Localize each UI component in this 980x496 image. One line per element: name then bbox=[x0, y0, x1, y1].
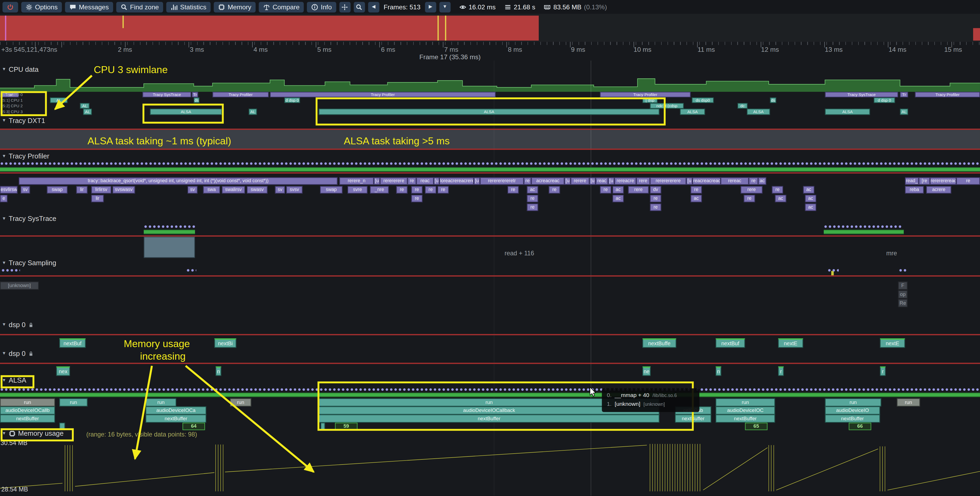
zone-ds[interactable]: ds bbox=[194, 97, 199, 103]
zone-swap[interactable]: swap bbox=[320, 186, 342, 193]
zone-rerererere[interactable]: rerererere bbox=[380, 177, 407, 185]
prev-frame-button[interactable]: ◀ bbox=[368, 2, 379, 12]
zoom-search-button[interactable] bbox=[354, 2, 365, 12]
statistics-button[interactable]: Statistics bbox=[166, 2, 211, 12]
zone-rere[interactable]: rere bbox=[741, 186, 762, 193]
frame-menu-button[interactable]: ▼ bbox=[439, 2, 450, 12]
zone-tracy::backtrace_qsort(void*[interactable]: tracy::backtrace_qsort(void*, unsigned i… bbox=[19, 177, 337, 185]
zone-swap[interactable]: swap bbox=[47, 186, 67, 193]
zone-rererererere[interactable]: rererererere bbox=[650, 177, 686, 185]
collapse-triangle-icon[interactable]: ▼ bbox=[2, 258, 6, 267]
zone-nextBuffer[interactable]: nextBuffer bbox=[825, 415, 880, 423]
compare-button[interactable]: Compare bbox=[259, 2, 304, 12]
zone-run[interactable]: run bbox=[897, 398, 920, 406]
zone-nextBuffer[interactable]: nextBuffer bbox=[0, 415, 55, 423]
section-header-dsp0-a[interactable]: ▼dsp 0 bbox=[2, 320, 33, 329]
collapse-triangle-icon[interactable]: ▼ bbox=[2, 320, 6, 329]
info-button[interactable]: Info bbox=[307, 2, 336, 12]
collapse-triangle-icon[interactable]: ▼ bbox=[2, 65, 6, 74]
zone-lir[interactable]: lir bbox=[91, 195, 104, 202]
zone-nex[interactable]: nex bbox=[56, 367, 70, 376]
zone-audioDeviceIOCallb[interactable]: audioDeviceIOCallb bbox=[0, 406, 55, 414]
zone-ac[interactable]: ac bbox=[612, 186, 624, 193]
collapse-triangle-icon[interactable]: ▼ bbox=[2, 214, 6, 223]
zone-ac[interactable]: ac bbox=[758, 177, 766, 185]
zone-Tr[interactable]: Tr bbox=[900, 92, 908, 97]
zone-sv[interactable]: sv bbox=[275, 186, 285, 193]
zone-d dsp 0[interactable]: d dsp 0 bbox=[874, 97, 895, 103]
zone-run[interactable]: run bbox=[230, 398, 251, 406]
zone-[u[interactable]: [u bbox=[686, 177, 692, 185]
zone-ac[interactable]: ac bbox=[612, 195, 624, 202]
zone-nextE[interactable]: nextE bbox=[778, 338, 803, 348]
zone-[re[interactable]: [re bbox=[919, 177, 930, 185]
power-button[interactable] bbox=[2, 2, 18, 12]
memory-button[interactable]: Memory bbox=[214, 2, 256, 12]
zone-[u[interactable]: [u bbox=[474, 177, 480, 185]
zone-reba[interactable]: reba bbox=[905, 186, 924, 193]
zone-F[interactable]: F bbox=[898, 282, 907, 290]
zone-run[interactable]: run bbox=[146, 398, 176, 406]
zone-[u[interactable]: [u bbox=[565, 177, 571, 185]
section-header-tracy-sampling[interactable]: ▼Tracy Sampling bbox=[2, 258, 56, 267]
zone-e[interactable]: e bbox=[0, 195, 8, 202]
zone-n[interactable]: n bbox=[216, 367, 221, 376]
zone-svswasv[interactable]: svswasv bbox=[113, 186, 135, 193]
zone-ac[interactable]: ac bbox=[805, 204, 816, 211]
zone-re[interactable]: re bbox=[527, 204, 538, 211]
zone-re[interactable]: re bbox=[508, 186, 519, 193]
zone-nextBuffe[interactable]: nextBuffe bbox=[643, 338, 676, 348]
crosshair-button[interactable] bbox=[339, 2, 350, 12]
collapse-triangle-icon[interactable]: ▼ bbox=[2, 116, 6, 125]
zone-reacreacreac[interactable]: reacreacreac bbox=[693, 177, 721, 185]
zone-re[interactable]: re bbox=[772, 186, 783, 193]
collapse-triangle-icon[interactable]: ▼ bbox=[2, 349, 6, 358]
zone-Tracy Profiler[interactable]: Tracy Profiler bbox=[600, 92, 690, 97]
zone-re[interactable]: re bbox=[956, 177, 980, 185]
zone-re[interactable]: re bbox=[749, 177, 758, 185]
zone-audioDeviceIO[interactable]: audioDeviceIO bbox=[825, 406, 880, 414]
zone-rerere_n[interactable]: rerere_n bbox=[339, 177, 374, 185]
zone-re[interactable]: re bbox=[744, 195, 755, 202]
zone-_nre[interactable]: _nre bbox=[370, 186, 389, 193]
zone-rereac[interactable]: rereac bbox=[721, 177, 749, 185]
zone-Tracy SysTrace[interactable]: Tracy SysTrace bbox=[142, 92, 191, 97]
zone-swalirsv[interactable]: swalirsv bbox=[222, 186, 245, 193]
zone-Tr[interactable]: Tr bbox=[192, 92, 198, 97]
zone-[unknown][interactable]: [unknown] bbox=[0, 282, 39, 290]
zone-Tracy Profiler[interactable]: Tracy Profiler bbox=[213, 92, 269, 97]
zone-66[interactable]: 66 bbox=[849, 423, 871, 430]
zone-sv[interactable]: sv bbox=[188, 186, 197, 193]
options-button[interactable]: Options bbox=[21, 2, 62, 12]
zone-audioDeviceIOCa[interactable]: audioDeviceIOCa bbox=[146, 406, 206, 414]
zone-re[interactable]: re bbox=[650, 204, 661, 211]
zone-n[interactable]: n bbox=[716, 367, 721, 376]
zone-svre[interactable]: svre bbox=[347, 186, 368, 193]
zone-AL[interactable]: AL bbox=[50, 97, 68, 103]
zone-ALSA[interactable]: ALSA bbox=[747, 109, 770, 115]
zone-op[interactable]: op bbox=[898, 290, 907, 298]
zone-re[interactable]: re bbox=[407, 177, 417, 185]
zone-re[interactable]: re bbox=[691, 186, 702, 193]
zone-ALSA[interactable]: ALSA bbox=[680, 109, 705, 115]
cpu-usage-graph[interactable] bbox=[0, 76, 980, 92]
zone-65[interactable]: 65 bbox=[745, 423, 767, 430]
zone-[u[interactable]: [u bbox=[374, 177, 380, 185]
collapse-triangle-icon[interactable]: ▼ bbox=[2, 152, 6, 161]
zone-reac[interactable]: reac bbox=[416, 177, 434, 185]
zone-ac[interactable]: ac bbox=[805, 195, 816, 202]
zone-nextBuf[interactable]: nextBuf bbox=[716, 338, 745, 348]
zone-re[interactable]: re bbox=[650, 195, 661, 202]
find-zone-button[interactable]: Find zone bbox=[116, 2, 163, 12]
zone-ds dsp0[interactable]: ds dsp0 bbox=[692, 97, 714, 103]
zone-AL[interactable]: AL bbox=[83, 109, 92, 115]
zone-nextBuffer[interactable]: nextBuffer bbox=[716, 415, 775, 423]
zone-audioDeviceIOC[interactable]: audioDeviceIOC bbox=[716, 406, 775, 414]
memory-usage-graph[interactable] bbox=[0, 441, 980, 494]
zone-64[interactable]: 64 bbox=[183, 423, 205, 430]
zone-nextE[interactable]: nextE bbox=[880, 338, 905, 348]
zone-rere[interactable]: rere bbox=[636, 177, 650, 185]
zone-re[interactable]: re bbox=[411, 195, 423, 202]
zone-ne[interactable]: ne bbox=[643, 367, 651, 376]
zone-d dsp 0[interactable]: d dsp 0 bbox=[285, 97, 300, 103]
